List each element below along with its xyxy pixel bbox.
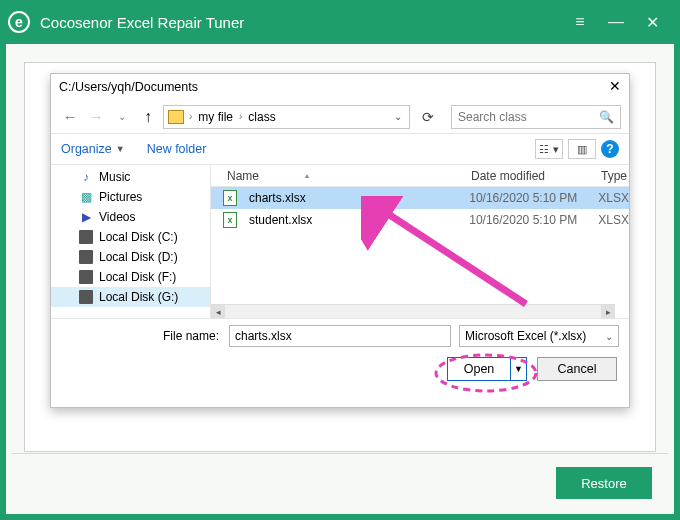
file-row[interactable]: x student.xlsx 10/16/2020 5:10 PM XLSX xyxy=(211,209,629,231)
file-date: 10/16/2020 5:10 PM xyxy=(469,191,598,205)
restore-button[interactable]: Restore xyxy=(556,467,652,499)
xlsx-file-icon: x xyxy=(223,212,237,228)
disk-icon xyxy=(79,270,93,284)
file-type: XLSX xyxy=(598,213,629,227)
pictures-icon: ▩ xyxy=(79,190,93,204)
chevron-down-icon: ⌄ xyxy=(605,331,613,342)
chevron-right-icon: › xyxy=(189,111,192,122)
breadcrumb-item[interactable]: my file xyxy=(195,109,236,125)
nav-forward-button[interactable]: → xyxy=(85,106,107,128)
videos-icon: ▶ xyxy=(79,210,93,224)
cancel-button[interactable]: Cancel xyxy=(537,357,617,381)
sidebar-item-label: Local Disk (D:) xyxy=(99,250,178,264)
dialog-actions: Open ▼ Cancel xyxy=(51,353,629,397)
app-titlebar: e Cocosenor Excel Repair Tuner ≡ — ✕ xyxy=(0,0,680,44)
preview-pane-button[interactable]: ▥ xyxy=(568,139,596,159)
file-list: Name ▴ Date modified Type x charts.xlsx … xyxy=(211,165,629,318)
disk-icon xyxy=(79,290,93,304)
file-row[interactable]: x charts.xlsx 10/16/2020 5:10 PM XLSX xyxy=(211,187,629,209)
sidebar-item-pictures[interactable]: ▩ Pictures xyxy=(51,187,210,207)
dialog-close-button[interactable]: ✕ xyxy=(605,76,625,96)
dialog-main: ♪ Music ▩ Pictures ▶ Videos Local Disk (… xyxy=(51,164,629,319)
address-bar[interactable]: › my file › class ⌄ xyxy=(163,105,410,129)
music-icon: ♪ xyxy=(79,170,93,184)
sidebar-item-label: Local Disk (G:) xyxy=(99,290,178,304)
sidebar-item-disk-g[interactable]: Local Disk (G:) xyxy=(51,287,210,307)
nav-back-button[interactable]: ← xyxy=(59,106,81,128)
view-mode-button[interactable]: ☷ ▾ xyxy=(535,139,563,159)
app-body: C:/Users/yqh/Documents ✕ ← → ⌄ ↑ › my fi… xyxy=(0,44,680,520)
filetype-dropdown[interactable]: Microsoft Excel (*.xlsx)⌄ xyxy=(459,325,619,347)
filename-row: File name: Microsoft Excel (*.xlsx)⌄ xyxy=(51,319,629,353)
column-header-type[interactable]: Type xyxy=(601,169,629,183)
help-button[interactable]: ? xyxy=(601,140,619,158)
xlsx-file-icon: x xyxy=(223,190,237,206)
search-input[interactable]: Search class 🔍 xyxy=(451,105,621,129)
filename-input[interactable] xyxy=(229,325,451,347)
sidebar-item-disk-c[interactable]: Local Disk (C:) xyxy=(51,227,210,247)
sidebar-item-label: Local Disk (F:) xyxy=(99,270,176,284)
sidebar-item-music[interactable]: ♪ Music xyxy=(51,167,210,187)
sort-indicator-icon: ▴ xyxy=(305,171,309,180)
search-icon: 🔍 xyxy=(599,110,614,124)
organize-menu[interactable]: Organize▼ xyxy=(61,142,125,156)
open-dropdown-arrow-icon[interactable]: ▼ xyxy=(510,358,526,380)
sidebar-item-label: Local Disk (C:) xyxy=(99,230,178,244)
sidebar-item-disk-f[interactable]: Local Disk (F:) xyxy=(51,267,210,287)
app-logo-icon: e xyxy=(8,11,30,33)
folder-icon xyxy=(168,110,184,124)
sidebar-item-videos[interactable]: ▶ Videos xyxy=(51,207,210,227)
file-list-header: Name ▴ Date modified Type xyxy=(211,165,629,187)
window-menu-icon[interactable]: ≡ xyxy=(562,7,598,37)
disk-icon xyxy=(79,230,93,244)
folder-tree: ♪ Music ▩ Pictures ▶ Videos Local Disk (… xyxy=(51,165,211,318)
new-folder-button[interactable]: New folder xyxy=(147,142,207,156)
file-type: XLSX xyxy=(598,191,629,205)
dialog-title: C:/Users/yqh/Documents ✕ xyxy=(51,74,629,100)
column-header-name[interactable]: Name ▴ xyxy=(211,169,471,183)
dialog-nav-bar: ← → ⌄ ↑ › my file › class ⌄ ⟳ Search cla… xyxy=(51,100,629,134)
nav-recent-dropdown[interactable]: ⌄ xyxy=(111,106,133,128)
sidebar-item-disk-d[interactable]: Local Disk (D:) xyxy=(51,247,210,267)
scroll-right-button[interactable]: ▸ xyxy=(601,305,615,319)
scroll-left-button[interactable]: ◂ xyxy=(211,305,225,319)
chevron-right-icon: › xyxy=(239,111,242,122)
file-open-dialog: C:/Users/yqh/Documents ✕ ← → ⌄ ↑ › my fi… xyxy=(50,73,630,408)
sidebar-item-label: Videos xyxy=(99,210,135,224)
filename-label: File name: xyxy=(61,329,221,343)
column-header-date[interactable]: Date modified xyxy=(471,169,601,183)
refresh-button[interactable]: ⟳ xyxy=(417,106,439,128)
window-minimize-button[interactable]: — xyxy=(598,7,634,37)
open-button[interactable]: Open ▼ xyxy=(447,357,527,381)
disk-icon xyxy=(79,250,93,264)
inner-panel: C:/Users/yqh/Documents ✕ ← → ⌄ ↑ › my fi… xyxy=(24,62,656,452)
file-name: student.xlsx xyxy=(249,213,312,227)
search-placeholder: Search class xyxy=(458,110,527,124)
sidebar-item-label: Pictures xyxy=(99,190,142,204)
horizontal-scrollbar[interactable]: ◂ ▸ xyxy=(211,304,615,318)
address-dropdown-icon[interactable]: ⌄ xyxy=(391,111,405,122)
file-name: charts.xlsx xyxy=(249,191,306,205)
sidebar-item-label: Music xyxy=(99,170,130,184)
breadcrumb-item[interactable]: class xyxy=(245,109,278,125)
dialog-toolbar: Organize▼ New folder ☷ ▾ ▥ ? xyxy=(51,134,629,164)
app-title: Cocosenor Excel Repair Tuner xyxy=(40,14,562,31)
divider xyxy=(12,453,668,454)
window-close-button[interactable]: ✕ xyxy=(634,7,670,37)
file-date: 10/16/2020 5:10 PM xyxy=(469,213,598,227)
chevron-down-icon: ▼ xyxy=(116,144,125,154)
nav-up-button[interactable]: ↑ xyxy=(137,106,159,128)
